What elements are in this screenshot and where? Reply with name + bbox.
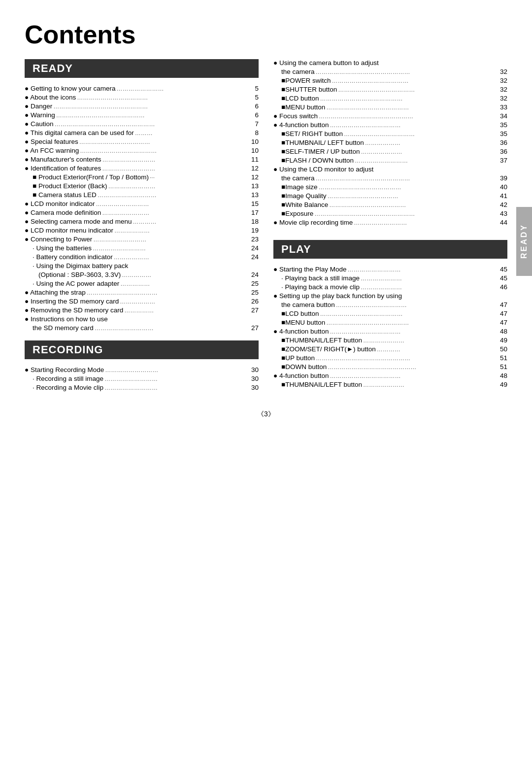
- toc-page: 40: [500, 183, 507, 191]
- list-item: the camera…………………………………………39: [273, 174, 507, 182]
- list-item: ● Identification of features………………………12: [25, 165, 259, 172]
- list-item: ● Danger…………………………………………6: [25, 102, 259, 110]
- list-item: ● Setting up the play back function by u…: [273, 292, 507, 300]
- toc-page: 35: [500, 130, 507, 137]
- toc-dots: ……………………: [116, 85, 255, 92]
- page-footer: 《3》: [25, 410, 507, 419]
- list-item: ■DOWN button………………………………………51: [273, 363, 507, 371]
- toc-page: 46: [500, 283, 507, 291]
- toc-label: ● Manufacturer's contents: [25, 156, 101, 163]
- list-item: · Using the batteries………………………24: [25, 244, 259, 252]
- toc-label: ■Image Quality: [281, 192, 326, 200]
- toc-label: ● Special features: [25, 138, 78, 145]
- toc-dots: ………………………: [104, 367, 251, 373]
- toc-label: ● About the icons: [25, 94, 76, 101]
- toc-label: ■SET/ RIGHT button: [281, 130, 343, 137]
- toc-dots: ………………………: [354, 157, 500, 164]
- list-item: ■THUMBNAIL/LEFT button…………………49: [273, 381, 507, 388]
- toc-dots: …………………………: [94, 325, 251, 332]
- toc-page: 27: [251, 324, 259, 332]
- toc-page: 35: [500, 121, 507, 129]
- toc-page: 24: [251, 244, 259, 252]
- toc-page: 41: [500, 192, 507, 200]
- toc-dots: ………………………………: [78, 138, 251, 145]
- toc-label: ● Movie clip recording time: [273, 219, 353, 226]
- toc-dots: ……………………………………………: [53, 121, 255, 128]
- right-ready-toc-list: ● Using the camera button to adjustthe c…: [273, 59, 507, 226]
- toc-page: 5: [255, 85, 259, 92]
- toc-page: 36: [500, 139, 507, 146]
- toc-page: 11: [251, 156, 259, 163]
- toc-page: 50: [500, 345, 507, 353]
- toc-page: 49: [500, 381, 507, 388]
- toc-page: 18: [251, 218, 259, 225]
- toc-page: 13: [251, 191, 259, 199]
- left-column: READY ● Getting to know your camera………………: [25, 59, 259, 400]
- toc-page: 6: [255, 111, 259, 119]
- toc-page: 25: [251, 280, 259, 287]
- right-column: ● Using the camera button to adjustthe c…: [273, 59, 507, 400]
- list-item: ■SET/ RIGHT button………………………………35: [273, 130, 507, 137]
- toc-label: · Using the AC power adapter: [33, 280, 119, 287]
- toc-dots: ………………………: [92, 245, 251, 252]
- toc-page: 13: [251, 182, 259, 190]
- list-item: ■MENU button……………………………………47: [273, 319, 507, 326]
- toc-page: 7: [255, 120, 259, 128]
- list-item: ■SELF-TIMER / UP button…………………36: [273, 148, 507, 155]
- list-item: the camera…………………………………………32: [273, 68, 507, 75]
- toc-label: ■THUMBNAIL/LEFT button: [281, 337, 362, 344]
- toc-page: 24: [251, 253, 259, 261]
- toc-dots: …………………: [362, 381, 500, 388]
- toc-dots: …………………………: [97, 192, 251, 199]
- toc-dots: ………………………: [103, 375, 251, 382]
- list-item: · Recording a still image………………………30: [25, 375, 259, 382]
- toc-label: (Optional : SBP-3603, 3.3V): [38, 271, 121, 278]
- list-item: ■ Camera status LED…………………………13: [25, 191, 259, 199]
- list-item: ■ Product Exterior(Front / Top / Bottom)…: [25, 173, 259, 181]
- list-item: · Playing back a still image…………………45: [273, 274, 507, 282]
- toc-page: 49: [500, 337, 507, 344]
- toc-page: 27: [251, 306, 259, 314]
- toc-dots: ………………: [119, 298, 251, 305]
- toc-label: ■MENU button: [281, 319, 325, 326]
- toc-dots: ………………………………: [329, 372, 499, 379]
- toc-page: 42: [500, 201, 507, 208]
- toc-page: 23: [251, 236, 259, 243]
- toc-label: ● Camera mode definition: [25, 209, 101, 216]
- toc-page: 51: [500, 363, 507, 371]
- toc-label: ● Selecting camera mode and menu: [25, 218, 132, 225]
- list-item: ● About the icons………………………………5: [25, 94, 259, 101]
- toc-dots: ………………………: [95, 201, 251, 207]
- recording-toc-list: ● Starting Recording Mode………………………30· Re…: [25, 366, 259, 391]
- toc-page: 30: [251, 366, 259, 373]
- toc-label: · Using the Digimax battery pack: [33, 262, 128, 270]
- list-item: ■ZOOM/SET/ RIGHT(►) button…………50: [273, 345, 507, 353]
- toc-label: ● Setting up the play back function by u…: [273, 292, 402, 300]
- toc-label: ■POWER switch: [281, 77, 331, 84]
- recording-section-header: RECORDING: [25, 340, 259, 359]
- toc-page: 32: [500, 95, 507, 102]
- toc-dots: ………………………: [346, 266, 499, 273]
- toc-label: ● An FCC warning: [25, 147, 79, 154]
- toc-label: ● Warning: [25, 111, 55, 119]
- list-item: ■POWER switch…………………………………32: [273, 77, 507, 84]
- toc-label: ● Starting the Play Mode: [273, 266, 346, 273]
- toc-page: 25: [251, 289, 259, 296]
- toc-label: ■Exposure: [281, 210, 313, 217]
- list-item: ● This digital camera can be used for…………: [25, 129, 259, 136]
- toc-page: 36: [500, 148, 507, 155]
- toc-dots: ……………………………………: [319, 95, 500, 102]
- toc-label: the camera: [281, 68, 315, 75]
- toc-label: · Using the batteries: [33, 244, 92, 252]
- list-item: ■LCD button……………………………………47: [273, 310, 507, 317]
- toc-page: 26: [251, 298, 259, 305]
- list-item: ● LCD monitor indicator………………………15: [25, 200, 259, 207]
- toc-dots: …………………………………………: [315, 175, 500, 182]
- toc-page: 47: [500, 310, 507, 317]
- toc-page: 32: [500, 68, 507, 75]
- list-item: ■Image size……………………………………40: [273, 183, 507, 191]
- toc-dots: ………………………: [92, 236, 251, 243]
- toc-label: ■Image size: [281, 183, 317, 191]
- toc-label: ■ZOOM/SET/ RIGHT(►) button: [281, 345, 376, 353]
- toc-label: · Playing back a still image: [281, 274, 360, 282]
